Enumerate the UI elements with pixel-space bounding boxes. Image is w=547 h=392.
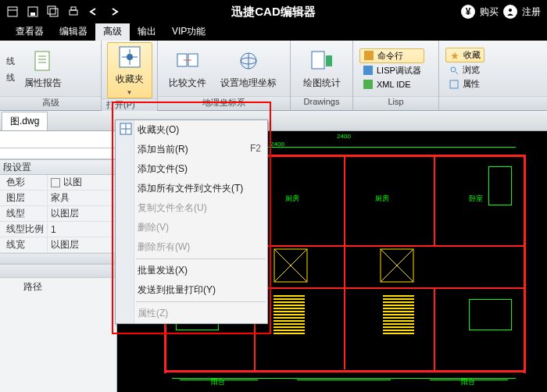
tab-editor[interactable]: 编辑器 — [52, 23, 95, 41]
browse-button[interactable]: 浏览 — [445, 63, 484, 77]
prop-layer-k: 图层 — [0, 191, 47, 205]
tab-viewer[interactable]: 查看器 — [8, 23, 52, 41]
prop-color-v[interactable]: 以图 — [47, 175, 116, 190]
favorites-menu: 收藏夹(O) 添加当前(R)F2 添加文件(S) 添加所有文件到文件夹(T) 复… — [115, 119, 268, 324]
elevator — [274, 248, 308, 283]
path-label: 路径 — [23, 280, 42, 294]
room-label: 卧室 — [469, 194, 483, 204]
star-icon — [449, 50, 460, 61]
xml-ide-button[interactable]: XML IDE — [359, 78, 424, 91]
menu-add-current[interactable]: 添加当前(R)F2 — [116, 140, 267, 159]
group-label-lisp: Lisp — [353, 96, 438, 110]
stairs — [274, 295, 305, 336]
geo-icon — [236, 48, 261, 73]
prop-layer-v[interactable]: 家具 — [47, 191, 116, 205]
svg-line-29 — [456, 72, 458, 74]
tab-output[interactable]: 输出 — [130, 23, 164, 41]
favorites-icon — [119, 122, 133, 136]
group-label-drawings: Drawings — [291, 96, 352, 110]
room-label: 厨房 — [375, 194, 389, 204]
buy-link[interactable]: 购买 — [480, 5, 499, 19]
title-bar: 迅捷CAD编辑器 ¥ 购买 注册 — [0, 0, 547, 23]
favorites-button[interactable]: 收藏夹 ▼ — [107, 42, 152, 98]
btn-line1[interactable]: 线 — [6, 55, 15, 67]
compare-icon — [175, 48, 200, 73]
group-label-advanced: 高级 — [0, 96, 101, 110]
user-icon — [503, 5, 517, 19]
furniture — [488, 166, 512, 205]
svg-rect-24 — [364, 51, 374, 60]
svg-rect-9 — [35, 52, 49, 70]
register-link[interactable]: 注册 — [522, 5, 541, 19]
redo-icon[interactable] — [106, 4, 122, 20]
ribbon: 线 线 属性报告 高级 收藏夹 ▼ 打开(P) 比较文件 — [0, 41, 547, 111]
menu-tabs: 查看器 编辑器 高级 输出 VIP功能 — [0, 23, 547, 41]
room-label: 阳台 — [461, 377, 475, 387]
document-tabs: 图.dwg — [0, 111, 547, 131]
tab-vip[interactable]: VIP功能 — [164, 23, 213, 41]
save-all-icon[interactable] — [45, 4, 61, 20]
menu-copy-fullname: 复制文件全名(U) — [116, 198, 267, 218]
compare-files-button[interactable]: 比较文件 — [164, 47, 211, 91]
attr-report-button[interactable]: 属性报告 — [20, 47, 66, 91]
room-label: 阳台 — [211, 377, 225, 387]
tab-advanced[interactable]: 高级 — [95, 23, 130, 41]
svg-rect-30 — [450, 80, 458, 88]
svg-rect-26 — [363, 80, 373, 89]
chevron-down-icon: ▼ — [127, 89, 133, 96]
svg-point-8 — [509, 9, 512, 12]
doc-tab[interactable]: 图.dwg — [2, 112, 48, 130]
svg-rect-25 — [363, 66, 373, 75]
menu-add-all-to-folder[interactable]: 添加所有文件到文件夹(T) — [116, 179, 267, 198]
menu-batch-send[interactable]: 批量发送(X) — [116, 261, 267, 280]
prop-ltscale-k: 线型比例 — [0, 222, 47, 237]
menu-add-file[interactable]: 添加文件(S) — [116, 159, 267, 179]
properties-panel: 段设置 色彩以图 图层家具 线型以图层 线型比例1 线宽以图层 路径 — [0, 131, 117, 392]
yen-icon: ¥ — [461, 5, 475, 19]
lisp-debug-button[interactable]: LISP调试器 — [359, 64, 424, 77]
prop-ltscale-v[interactable]: 1 — [47, 222, 116, 237]
panel-toolbar — [0, 131, 116, 148]
elevator — [380, 248, 414, 283]
fav2-button[interactable]: 收藏 — [445, 48, 484, 62]
search-icon — [449, 65, 459, 76]
draw-stats-button[interactable]: 绘图统计 — [299, 47, 345, 91]
menu-delete-all: 删除所有(W) — [116, 237, 267, 257]
furniture — [469, 299, 512, 330]
svg-rect-0 — [8, 7, 17, 16]
attr-icon — [449, 79, 459, 90]
print-icon[interactable] — [66, 4, 81, 20]
checkbox-icon[interactable] — [51, 178, 60, 187]
report-icon — [30, 48, 55, 73]
prop-linetype-v[interactable]: 以图层 — [47, 206, 116, 221]
menu-separator — [136, 301, 266, 302]
attr-button[interactable]: 属性 — [445, 77, 484, 91]
svg-marker-27 — [451, 52, 459, 59]
lisp-icon — [363, 65, 374, 76]
undo-icon[interactable] — [86, 4, 102, 20]
cmd-line-button[interactable]: 命令行 — [359, 48, 424, 63]
save-icon[interactable] — [25, 4, 41, 20]
menu-properties: 属性(Z) — [116, 304, 267, 323]
menu-send-batch-print[interactable]: 发送到批量打印(Y) — [116, 280, 267, 300]
dim-label: 2400 — [337, 133, 351, 140]
room-label: 厨房 — [285, 194, 299, 204]
app-menu-icon[interactable] — [5, 4, 20, 20]
svg-rect-4 — [48, 6, 55, 14]
stats-icon — [309, 48, 334, 73]
app-title: 迅捷CAD编辑器 — [231, 5, 316, 20]
favorites-icon — [117, 45, 142, 69]
btn-line2[interactable]: 线 — [6, 72, 15, 84]
svg-rect-7 — [71, 7, 76, 10]
panel-header: 段设置 — [0, 159, 116, 175]
svg-rect-5 — [50, 9, 58, 16]
svg-rect-3 — [30, 12, 35, 16]
geo-coord-button[interactable]: 设置地理坐标 — [216, 47, 281, 91]
menu-favorites[interactable]: 收藏夹(O) — [116, 120, 267, 140]
svg-rect-23 — [326, 55, 332, 66]
prop-lwidth-v[interactable]: 以图层 — [47, 237, 116, 252]
svg-point-28 — [451, 67, 456, 72]
menu-separator — [136, 258, 266, 259]
svg-rect-22 — [312, 52, 324, 69]
stairs — [383, 295, 414, 336]
